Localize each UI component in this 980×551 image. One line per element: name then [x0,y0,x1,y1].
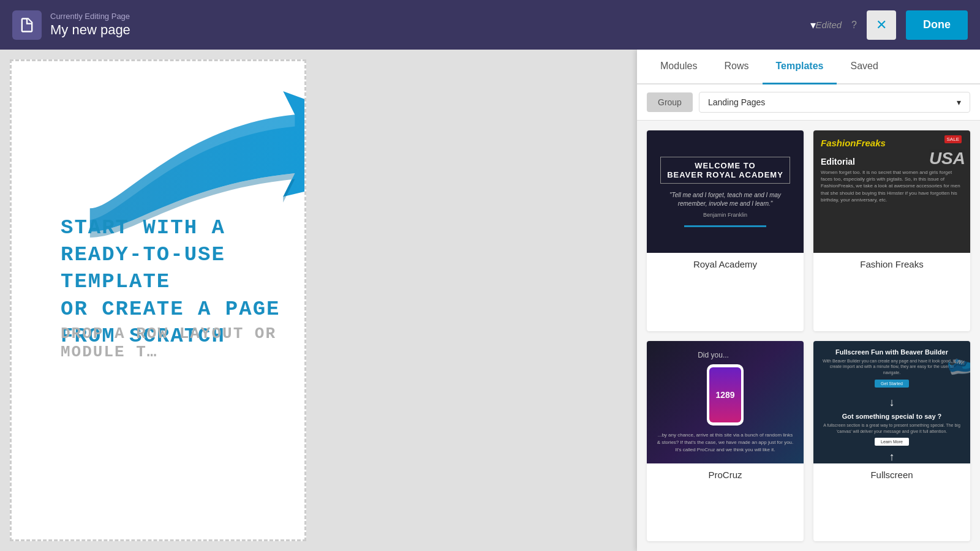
thumb-fullscreen-special-text: A fullscreen section is a great way to p… [821,422,963,435]
group-button[interactable]: Group [647,92,693,112]
thumb-fullscreen-special-title: Got something special to say ? [842,413,942,420]
page-title-group: Currently Editing Page My new page [50,12,802,38]
template-thumbnail-procruz: Did you... 1289 ...by any chance, arrive… [647,341,804,463]
thumb-fullscreen-down-arrow-icon: ↓ [889,396,895,409]
right-panel: Modules Rows Templates Saved Group Landi… [637,50,980,551]
close-button[interactable]: ✕ [867,10,896,40]
thumb-procruz-content: Did you... 1289 ...by any chance, arrive… [647,341,804,463]
thumb-fashion-usa-text: USA [929,149,965,168]
template-card-procruz[interactable]: Did you... 1289 ...by any chance, arrive… [647,341,804,542]
tabs-bar: Modules Rows Templates Saved [637,50,980,84]
thumb-procruz-text: ...by any chance, arrive at this site vi… [657,432,794,454]
template-thumbnail-fullscreen: Fullscreen Fun with Beaver Builder With … [813,341,970,463]
thumb-procruz-did: Did you... [698,351,729,359]
thumb-royal-author: Benjamin Franklin [703,212,747,218]
thumb-procruz-number: 1289 [715,390,734,400]
template-name-fashion-freaks: Fashion Freaks [813,253,970,276]
tab-modules[interactable]: Modules [647,50,710,84]
thumb-fullscreen-content: Fullscreen Fun with Beaver Builder With … [813,341,970,463]
page-subtitle: Currently Editing Page [50,12,802,21]
template-name-procruz: ProCruz [647,463,804,486]
thumb-fashion-badge: SALE [944,135,962,143]
template-thumbnail-fashion-freaks: FashionFreaks SALE USA Editorial Women f… [813,130,970,253]
template-name-royal-academy: Royal Academy [647,253,804,276]
thumb-procruz-screen: 1289 [709,367,741,422]
tab-rows[interactable]: Rows [710,50,762,84]
thumb-royal-quote: "Tell me and I forget, teach me and I ma… [657,191,794,208]
thumb-fashion-content: FashionFreaks SALE USA Editorial Women f… [813,130,970,253]
template-grid: WELCOME TOBEAVER ROYAL ACADEMY "Tell me … [637,121,980,551]
canvas-area: START WITH A READY-TO-USE TEMPLATE OR CR… [10,59,306,541]
thumb-fullscreen-secondary-btn: Learn More [875,438,909,446]
canvas-text-line1: START WITH A READY-TO-USE TEMPLATE [61,214,304,296]
header-actions: Edited ? ✕ Done [816,10,968,40]
category-dropdown-label: Landing Pages [708,97,765,107]
thumb-royal-title: WELCOME TOBEAVER ROYAL ACADEMY [660,157,790,184]
thumb-fullscreen-text: With Beaver Builder you can create any p… [821,358,963,376]
template-card-royal-academy[interactable]: WELCOME TOBEAVER ROYAL ACADEMY "Tell me … [647,130,804,331]
thumb-royal-bar [684,225,766,227]
page-icon [18,17,36,34]
thumb-fullscreen-title: Fullscreen Fun with Beaver Builder [835,348,948,356]
done-button[interactable]: Done [906,10,968,40]
group-selector: Group Landing Pages ▾ [637,84,980,121]
header: Currently Editing Page My new page ▾ Edi… [0,0,980,50]
tab-saved[interactable]: Saved [837,50,891,84]
app-icon [12,10,42,40]
canvas-drop-text: DROP A ROW LAYOUT OR MODULE T… [61,324,304,361]
page-dropdown-chevron[interactable]: ▾ [810,18,816,32]
help-icon[interactable]: ? [851,20,857,31]
template-card-fullscreen[interactable]: Fullscreen Fun with Beaver Builder With … [813,341,970,542]
page-title: My new page [50,22,802,38]
tab-templates[interactable]: Templates [763,50,837,84]
template-card-fashion-freaks[interactable]: FashionFreaks SALE USA Editorial Women f… [813,130,970,331]
thumb-fullscreen-up-arrow-icon: ↑ [889,451,895,463]
edited-label: Edited [816,20,842,30]
category-dropdown-chevron: ▾ [957,97,961,107]
thumb-fashion-text: Women forget too. It is no secret that w… [821,169,963,203]
category-dropdown[interactable]: Landing Pages ▾ [699,92,970,113]
thumb-fashion-brand: FashionFreaks [821,138,963,148]
thumb-royal-content: WELCOME TOBEAVER ROYAL ACADEMY "Tell me … [647,130,804,253]
template-thumbnail-royal-academy: WELCOME TOBEAVER ROYAL ACADEMY "Tell me … [647,130,804,253]
thumb-procruz-phone: 1289 [707,364,744,425]
thumb-fullscreen-get-started-btn: Get Started [875,380,909,388]
template-name-fullscreen: Fullscreen [813,463,970,486]
